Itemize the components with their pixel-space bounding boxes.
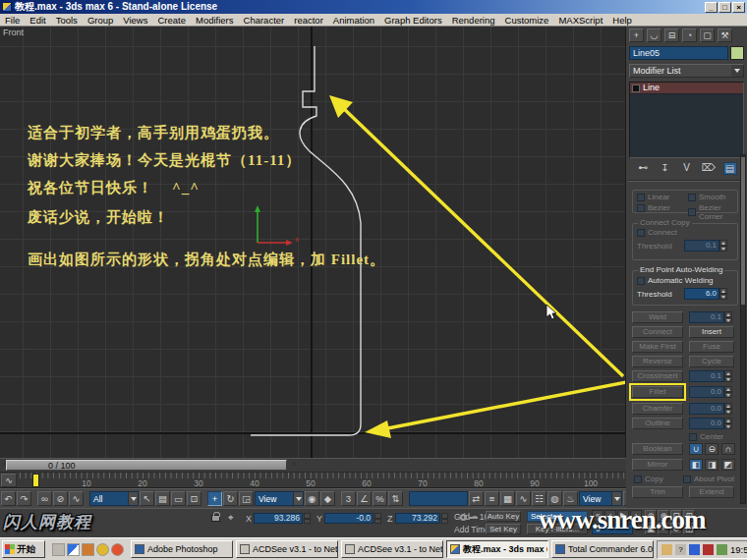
mirror-horizontal-icon[interactable]: ◧ <box>689 459 703 471</box>
tray-shield-icon[interactable] <box>703 544 714 555</box>
fillet-button[interactable]: Fillet <box>632 386 683 398</box>
menu-item[interactable]: Character <box>239 15 290 26</box>
tray-help-icon[interactable]: ? <box>675 544 686 555</box>
select-object-icon[interactable]: ↖ <box>140 491 154 506</box>
slider-right-arrow[interactable]: › <box>289 459 299 470</box>
select-and-manipulate-icon[interactable]: ◆ <box>320 491 335 506</box>
insert-button[interactable]: Insert <box>689 326 734 338</box>
mirror-both-icon[interactable]: ◩ <box>721 459 735 471</box>
tab-display-icon[interactable]: ▢ <box>700 28 715 42</box>
snap-toggle-3d-icon[interactable]: 3 <box>341 491 356 506</box>
select-and-move-icon[interactable]: + <box>207 491 222 506</box>
align-icon[interactable]: ≡ <box>485 491 499 506</box>
chamfer-field[interactable]: 0.0 <box>689 403 724 415</box>
unlink-selection-icon[interactable]: ⊘ <box>53 491 68 506</box>
object-color-swatch[interactable] <box>730 46 744 60</box>
menu-item[interactable]: Edit <box>25 15 50 26</box>
make-first-button[interactable]: Make First <box>632 341 683 353</box>
front-viewport[interactable]: x Front 适合于初学者，高手别用鸡蛋扔我。谢谢大家捧场！今天是光棍节（11… <box>0 27 626 458</box>
select-by-name-icon[interactable]: ▤ <box>155 491 170 506</box>
layer-manager-icon[interactable]: ▦ <box>500 491 515 506</box>
mini-curve-editor-button[interactable]: ∿ <box>1 474 17 487</box>
tray-volume-icon[interactable] <box>717 544 727 555</box>
tab-motion-icon[interactable]: ◔ <box>682 28 697 42</box>
menu-item[interactable]: Customize <box>500 15 554 26</box>
bind-to-spacewarp-icon[interactable]: ∿ <box>69 491 84 506</box>
outline-field[interactable]: 0.0 <box>689 418 724 429</box>
restore-button[interactable]: □ <box>718 2 731 13</box>
scrollbar-thumb[interactable] <box>741 157 745 305</box>
panel-scrollbar[interactable] <box>740 154 746 504</box>
time-slider-handle[interactable]: 0 / 100 <box>6 460 287 471</box>
tab-create-icon[interactable]: + <box>629 28 644 42</box>
redo-icon[interactable]: ↷ <box>17 491 31 506</box>
quick-launch-icon[interactable] <box>96 543 109 556</box>
weld-value-field[interactable]: 0.1 <box>689 311 724 323</box>
percent-snap-icon[interactable]: % <box>373 491 387 506</box>
menu-item[interactable]: reactor <box>289 15 328 26</box>
selection-lock-icon[interactable] <box>211 515 220 522</box>
trim-button[interactable]: Trim <box>632 486 683 498</box>
task-total-commander[interactable]: Total Commander 6.02 ... <box>551 540 654 558</box>
tray-media-icon[interactable] <box>689 544 700 555</box>
connect-checkbox[interactable] <box>637 229 645 237</box>
schematic-view-icon[interactable]: ☷ <box>532 491 546 506</box>
reverse-button[interactable]: Reverse <box>632 356 683 367</box>
weld-threshold-field[interactable]: 6.0 <box>684 288 719 300</box>
dropdown-arrow-icon[interactable] <box>731 65 743 77</box>
cross-insert-spinner[interactable] <box>724 370 732 382</box>
quick-launch-icon[interactable] <box>67 543 80 556</box>
menu-item[interactable]: Views <box>118 15 152 26</box>
boolean-subtract-icon[interactable]: ⊖ <box>705 443 718 455</box>
y-coord-field[interactable]: -0.0 <box>324 513 374 524</box>
chamfer-button[interactable]: Chamfer <box>632 403 683 415</box>
render-type-dropdown[interactable]: View <box>579 491 622 506</box>
track-bar[interactable]: ∿ 102030405060708090100 <box>0 472 626 488</box>
center-checkbox[interactable] <box>689 433 697 441</box>
curve-editor-icon[interactable]: ∿ <box>516 491 531 506</box>
chamfer-spinner[interactable] <box>724 403 732 415</box>
fuse-button[interactable]: Fuse <box>689 341 734 353</box>
menu-item[interactable]: Help <box>607 15 637 26</box>
reference-coordsys-dropdown[interactable]: View <box>255 491 304 506</box>
tab-modify-icon[interactable]: ◡ <box>647 28 661 42</box>
x-coord-field[interactable]: 93.286 <box>254 513 303 524</box>
start-button[interactable]: 开始 <box>2 540 45 558</box>
cross-insert-field[interactable]: 0.1 <box>689 370 724 382</box>
outline-button[interactable]: Outline <box>632 418 683 429</box>
dropdown-arrow-icon[interactable] <box>128 492 138 505</box>
remove-modifier-icon[interactable]: ⌦ <box>702 162 716 175</box>
menu-item[interactable]: File <box>0 15 25 26</box>
bezier-radio[interactable] <box>637 204 645 212</box>
select-and-scale-icon[interactable]: ◲ <box>239 491 254 506</box>
linear-radio[interactable] <box>637 194 645 201</box>
y-coord-spinner[interactable] <box>374 513 381 524</box>
menu-item[interactable]: Graph Editors <box>379 15 447 26</box>
boolean-button[interactable]: Boolean <box>632 443 683 455</box>
automatic-welding-checkbox[interactable] <box>637 277 645 285</box>
boolean-union-icon[interactable]: ∪ <box>689 443 703 455</box>
current-frame-marker[interactable] <box>32 474 39 487</box>
mirror-vertical-icon[interactable]: ◨ <box>705 459 718 471</box>
auto-key-button[interactable]: Auto Key <box>486 511 521 522</box>
dropdown-arrow-icon[interactable] <box>611 492 621 505</box>
weld-button[interactable]: Weld <box>632 311 683 323</box>
quick-launch-icon[interactable] <box>82 543 94 556</box>
stack-item-line[interactable]: Line <box>630 83 743 94</box>
extend-button[interactable]: Extend <box>689 486 734 498</box>
connect-threshold-spinner[interactable] <box>719 240 727 252</box>
render-scene-icon[interactable]: ♨ <box>563 491 578 506</box>
z-coord-field[interactable]: 73.292 <box>395 513 440 524</box>
material-editor-icon[interactable]: ◍ <box>547 491 562 506</box>
modifier-stack[interactable]: Line <box>629 82 744 158</box>
menu-item[interactable]: Modifiers <box>191 15 239 26</box>
select-and-rotate-icon[interactable]: ↻ <box>223 491 238 506</box>
select-and-link-icon[interactable]: ∞ <box>37 491 52 506</box>
use-pivot-center-icon[interactable]: ◉ <box>305 491 319 506</box>
cycle-button[interactable]: Cycle <box>689 356 734 367</box>
connect-threshold-field[interactable]: 0.1 <box>684 240 719 252</box>
quick-launch-icon[interactable] <box>111 543 124 556</box>
mirror-button[interactable]: Mirror <box>632 459 683 471</box>
connect-button[interactable]: Connect <box>632 326 683 338</box>
smooth-radio[interactable] <box>688 194 696 201</box>
